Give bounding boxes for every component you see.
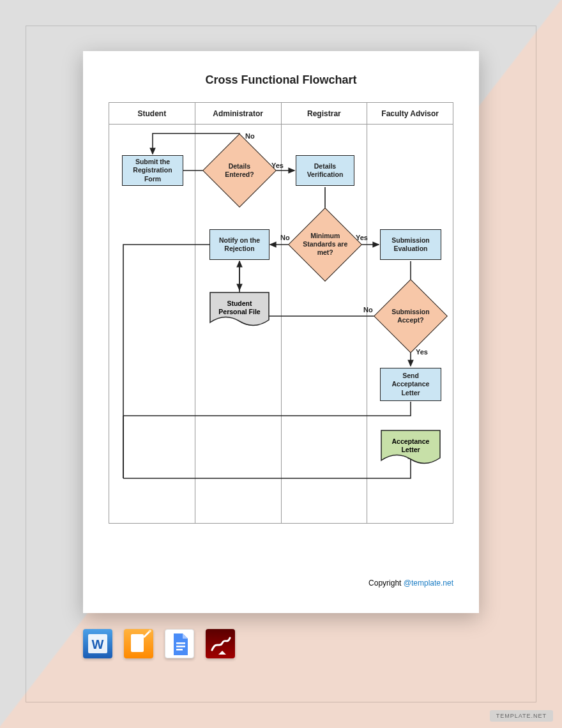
swimlane-grid: Student Administrator Registrar Faculty … <box>109 102 453 524</box>
google-docs-icon[interactable] <box>165 629 194 658</box>
svg-rect-12 <box>131 634 144 652</box>
svg-text:W: W <box>92 637 104 651</box>
node-notify-rejection: Notify on the Rejection <box>209 229 270 260</box>
word-icon[interactable]: W <box>83 629 112 658</box>
label-no-1: No <box>245 132 255 140</box>
node-submission-evaluation: Submission Evaluation <box>380 229 441 260</box>
pages-icon[interactable] <box>124 629 153 658</box>
document-page: Cross Functional Flowchart Student Admin… <box>83 51 479 613</box>
node-submit-registration: Submit the Registration Form <box>122 155 183 186</box>
label-yes-1: Yes <box>271 162 284 169</box>
svg-rect-15 <box>176 646 185 648</box>
label-yes-3: Yes <box>416 348 428 356</box>
format-icons-row: W <box>83 629 235 658</box>
node-student-personal-file: Student Personal File <box>209 292 270 329</box>
copyright-line: Copyright @template.net <box>368 579 453 588</box>
label-no-2: No <box>280 234 290 241</box>
page-title: Cross Functional Flowchart <box>83 73 479 87</box>
node-details-verification: Details Verification <box>296 155 354 186</box>
svg-rect-16 <box>176 649 183 651</box>
svg-point-13 <box>149 630 151 632</box>
copyright-link[interactable]: @template.net <box>404 579 453 588</box>
svg-rect-14 <box>176 642 185 644</box>
label-no-3: No <box>363 306 373 314</box>
node-acceptance-letter: Acceptance Letter <box>381 430 441 467</box>
label-yes-2: Yes <box>356 234 368 241</box>
pdf-icon[interactable] <box>206 629 235 658</box>
watermark-badge: TEMPLATE.NET <box>490 710 553 722</box>
node-send-acceptance-letter: Send Acceptance Letter <box>380 368 441 401</box>
